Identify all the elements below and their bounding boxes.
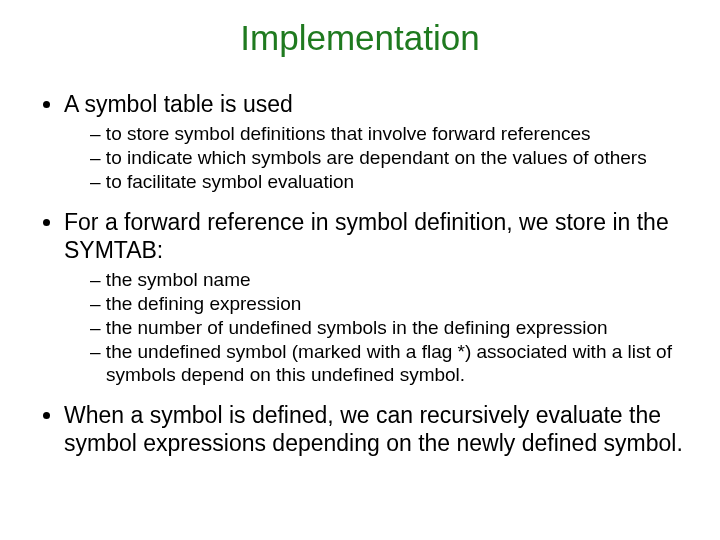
sub-bullet-item: the symbol name: [90, 268, 684, 291]
sub-bullet-item: the undefined symbol (marked with a flag…: [90, 340, 684, 386]
sub-bullet-item: to store symbol definitions that involve…: [90, 122, 684, 145]
slide-body: A symbol table is used to store symbol d…: [0, 68, 720, 457]
bullet-list: A symbol table is used to store symbol d…: [36, 90, 684, 457]
bullet-text: For a forward reference in symbol defini…: [64, 209, 669, 263]
bullet-item: A symbol table is used to store symbol d…: [64, 90, 684, 194]
slide: Implementation A symbol table is used to…: [0, 0, 720, 540]
sub-bullet-item: the defining expression: [90, 292, 684, 315]
bullet-item: For a forward reference in symbol defini…: [64, 208, 684, 387]
sub-bullet-item: the number of undefined symbols in the d…: [90, 316, 684, 339]
sub-bullet-item: to facilitate symbol evaluation: [90, 170, 684, 193]
slide-title: Implementation: [0, 0, 720, 68]
sub-bullet-list: the symbol name the defining expression …: [64, 268, 684, 387]
bullet-text: When a symbol is defined, we can recursi…: [64, 402, 683, 456]
bullet-text: A symbol table is used: [64, 91, 293, 117]
sub-bullet-item: to indicate which symbols are dependant …: [90, 146, 684, 169]
bullet-item: When a symbol is defined, we can recursi…: [64, 401, 684, 457]
sub-bullet-list: to store symbol definitions that involve…: [64, 122, 684, 194]
